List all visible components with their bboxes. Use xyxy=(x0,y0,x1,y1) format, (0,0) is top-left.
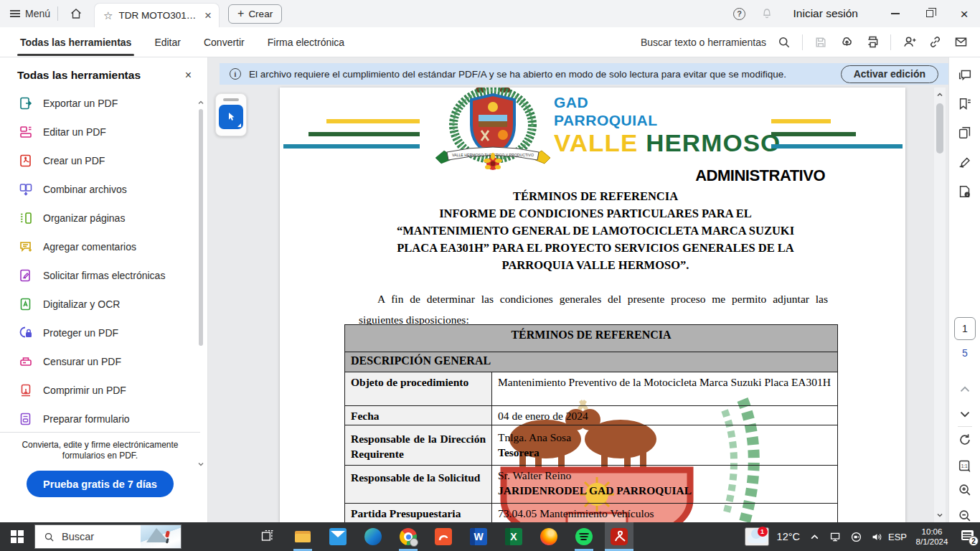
restore-button[interactable] xyxy=(914,0,946,27)
sidebar-item-edit-pdf[interactable]: Editar un PDF xyxy=(0,118,207,146)
actual-size-icon[interactable]: 1:1 xyxy=(957,458,973,474)
meet-now-icon[interactable] xyxy=(849,530,862,543)
drag-handle[interactable] xyxy=(223,98,239,101)
temperature-label[interactable]: 12°C xyxy=(777,531,800,542)
share-link-icon[interactable] xyxy=(927,34,943,50)
sign-panel-icon[interactable] xyxy=(957,155,973,171)
page-number-input[interactable]: 1 xyxy=(954,317,976,340)
time-label: 10:06 xyxy=(922,527,943,537)
sidebar-item-scan-ocr[interactable]: Digitalizar y OCR xyxy=(0,290,207,319)
zoom-in-icon[interactable] xyxy=(957,482,973,498)
notifications-button[interactable] xyxy=(755,0,779,27)
hidden-icons-chevron[interactable] xyxy=(808,530,821,543)
start-button[interactable] xyxy=(0,522,34,551)
scrollbar-thumb[interactable] xyxy=(936,103,943,154)
minimize-button[interactable] xyxy=(880,0,911,27)
file-explorer-icon xyxy=(294,528,311,545)
sidebar-item-add-comments[interactable]: Agregar comentarios xyxy=(0,232,207,261)
panel-close-icon[interactable]: × xyxy=(185,69,192,82)
divider xyxy=(958,426,972,427)
enable-editing-button[interactable]: Activar edición xyxy=(841,65,938,83)
selection-tool-button[interactable] xyxy=(219,105,243,129)
scrollbar-thumb[interactable] xyxy=(199,109,203,346)
sidebar-item-request-signatures[interactable]: Solicitar firmas electrónicas xyxy=(0,261,207,290)
sidebar-item-redact-pdf[interactable]: Censurar un PDF xyxy=(0,347,207,376)
home-button[interactable] xyxy=(65,3,87,24)
document-tab[interactable]: ☆ TDR MOTO301-sign... × xyxy=(94,3,220,27)
language-indicator[interactable]: ESP xyxy=(891,530,904,543)
decorative-line xyxy=(771,144,903,149)
taskbar-search[interactable]: Buscar xyxy=(34,524,182,549)
add-comments-icon xyxy=(19,240,33,254)
gad-crest-logo: VALLE HERMOSO TURÍSTICO Y PRODUCTIVO xyxy=(434,88,552,172)
clock[interactable]: 10:06 8/1/2024 xyxy=(912,530,952,543)
free-trial-button[interactable]: Prueba gratis de 7 días xyxy=(27,471,174,497)
floating-tool-widget[interactable] xyxy=(215,93,247,136)
mail-icon xyxy=(329,528,347,545)
sidebar-item-protect-pdf[interactable]: Proteger un PDF xyxy=(0,319,207,347)
taskbar-app-acrobat[interactable] xyxy=(605,522,633,551)
sidebar-scrollbar[interactable] xyxy=(197,99,204,478)
windows-taskbar: Buscar W xyxy=(0,522,980,551)
comments-panel-icon[interactable] xyxy=(957,67,973,83)
print-icon[interactable] xyxy=(864,34,880,50)
restore-icon xyxy=(926,10,933,17)
svg-text:1:1: 1:1 xyxy=(961,463,968,468)
taskbar-app-pdf-reader[interactable] xyxy=(429,522,458,551)
close-button[interactable]: × xyxy=(948,0,980,27)
refresh-view-icon[interactable] xyxy=(957,432,973,448)
taskbar-app-chrome[interactable] xyxy=(394,522,423,551)
taskbar-app-mail[interactable] xyxy=(324,522,352,551)
taskbar-app-word[interactable]: W xyxy=(464,522,493,551)
title-bar-right: ? Iniciar sesión × xyxy=(727,0,980,27)
tab-convert[interactable]: Convertir xyxy=(201,27,248,57)
taskbar-app-excel[interactable]: X xyxy=(499,522,528,551)
taskbar-app-spotify[interactable] xyxy=(570,522,598,551)
sidebar-item-create-pdf[interactable]: Crear un PDF xyxy=(0,146,207,175)
action-center-button[interactable]: 2 xyxy=(960,528,977,545)
search-icon[interactable] xyxy=(776,34,792,50)
sidebar-item-organize-pages[interactable]: Organizar páginas xyxy=(0,204,207,232)
page-thumbnails-icon[interactable] xyxy=(957,125,973,141)
create-tab-button[interactable]: + Crear xyxy=(228,4,282,24)
document-scrollbar[interactable] xyxy=(934,88,946,522)
sidebar-item-prepare-form[interactable]: Preparar formulario xyxy=(0,405,207,433)
network-icon[interactable] xyxy=(829,530,842,543)
taskbar-app-firefox[interactable] xyxy=(534,522,563,551)
table-row: Responsable de la Solicitud Sr. Walter R… xyxy=(345,465,837,503)
tab-all-tools[interactable]: Todas las herramientas xyxy=(17,27,134,57)
taskbar-app-edge[interactable] xyxy=(359,522,387,551)
table-row: Partida Presupuestaria 73.04.05 Mantenim… xyxy=(345,503,837,522)
add-reviewer-icon[interactable] xyxy=(901,34,917,50)
tab-edit[interactable]: Editar xyxy=(151,27,184,57)
sidebar-item-export-pdf[interactable]: Exportar un PDF xyxy=(0,89,207,118)
next-page-icon[interactable] xyxy=(957,406,973,422)
sidebar-item-compress-pdf[interactable]: Comprimir un PDF xyxy=(0,376,207,405)
edge-icon xyxy=(364,528,382,545)
favorite-star-icon[interactable]: ☆ xyxy=(103,9,113,22)
tab-close-icon[interactable]: × xyxy=(204,9,212,22)
email-icon[interactable] xyxy=(953,34,969,50)
pdfa-notice-banner: i El archivo requiere el cumplimiento de… xyxy=(220,63,948,85)
task-view-button[interactable] xyxy=(253,522,282,551)
previous-page-icon[interactable] xyxy=(957,382,973,397)
pdf-page: VALLE HERMOSO TURÍSTICO Y PRODUCTIVO GAD… xyxy=(280,88,905,522)
search-label[interactable]: Buscar texto o herramientas xyxy=(641,37,766,48)
search-highlight-image[interactable] xyxy=(141,525,181,548)
weather-widget[interactable]: 1 xyxy=(745,527,769,546)
volume-icon[interactable] xyxy=(870,530,883,543)
menu-button[interactable]: Menú xyxy=(10,8,50,19)
search-placeholder: Buscar xyxy=(62,531,94,542)
table-section-header: DESCRIPCIÓN GENERAL xyxy=(345,352,837,372)
sidebar-item-combine-files[interactable]: Combinar archivos xyxy=(0,175,207,204)
tab-esign[interactable]: Firma electrónica xyxy=(265,27,347,57)
taskbar-app-file-explorer[interactable] xyxy=(288,522,317,551)
file-info-icon[interactable] xyxy=(957,184,973,199)
minimize-icon xyxy=(891,13,900,14)
bookmarks-panel-icon[interactable] xyxy=(957,96,973,112)
share-upload-icon[interactable] xyxy=(839,34,854,50)
help-button[interactable]: ? xyxy=(727,0,752,27)
sign-in-button[interactable]: Iniciar sesión xyxy=(793,7,858,20)
all-tools-panel: Todas las herramientas × Exportar un PDF… xyxy=(0,57,208,522)
zoom-out-icon[interactable] xyxy=(957,508,973,524)
